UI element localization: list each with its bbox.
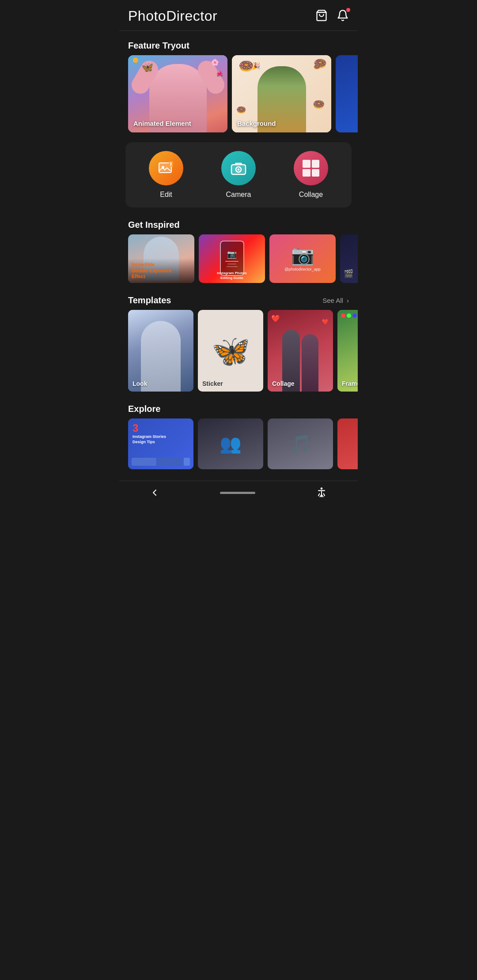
collage-circle	[294, 151, 328, 185]
feature-card-ad[interactable]: P AD	[336, 55, 358, 132]
collage-icon	[303, 160, 319, 177]
explore-card-couple[interactable]: 👥	[198, 418, 263, 469]
edit-icon	[157, 160, 175, 176]
home-indicator[interactable]	[220, 492, 255, 494]
collage-label: Collage	[299, 191, 323, 199]
header-icons	[315, 9, 349, 23]
camera-label: Camera	[226, 191, 251, 199]
template-look-label: Look	[132, 380, 147, 387]
svg-point-6	[238, 169, 240, 171]
accessibility-icon	[315, 486, 328, 499]
feature-card-background[interactable]: 🍩 🍩 🍩 🎉 🍩 🍩 🍩 Background	[232, 55, 331, 132]
edit-action[interactable]: Edit	[149, 151, 183, 199]
templates-scroll: Look 🦋 Sticker ❤️ ❤️ Collage 🤸	[119, 310, 358, 399]
notification-button[interactable]	[337, 9, 349, 23]
collage-action[interactable]: Collage	[294, 151, 328, 199]
camera-action[interactable]: Camera	[221, 151, 256, 199]
template-collage-label: Collage	[272, 380, 295, 387]
feature-card-animated-label: Animated Element	[133, 120, 191, 127]
templates-header-row: Templates See All ›	[119, 290, 358, 310]
back-icon	[149, 487, 160, 498]
camera-circle	[221, 151, 256, 185]
svg-point-7	[321, 487, 323, 490]
feature-tryout-header: Feature Tryout	[119, 35, 358, 55]
explore-scroll: 3 Instagram StoriesDesign Tips 👥 🎵 🎨	[119, 418, 358, 476]
inspired-scroll: IncredibleDouble ExposureEffect 📷 Instag…	[119, 234, 358, 290]
inspired-card-double-exposure[interactable]: IncredibleDouble ExposureEffect	[128, 234, 194, 283]
bottom-nav	[119, 481, 358, 507]
template-card-frames[interactable]: 🤸 WINWITHFRAMES Frames	[337, 310, 358, 392]
feature-tryout-scroll: 🦋 🌸 🌺 🌼 Animated Element 🍩 🍩 🍩 🎉 🍩 🍩 🍩 B…	[119, 55, 358, 139]
inspired-card-video[interactable]: FreeVideo Editing A... 🎬	[340, 234, 358, 283]
camera-icon	[230, 160, 247, 176]
templates-header: Templates	[128, 295, 171, 305]
back-button[interactable]	[149, 487, 160, 498]
inspired-card-photodirector[interactable]: 📷 @photodirector_app	[269, 234, 336, 283]
quick-actions-panel: Edit Camera Collage	[125, 142, 352, 207]
notification-dot	[346, 8, 350, 12]
explore-card-stories[interactable]: 3 Instagram StoriesDesign Tips	[128, 418, 193, 469]
double-exposure-text: IncredibleDouble ExposureEffect	[128, 258, 194, 283]
app-title: PhotoDirector	[128, 8, 217, 24]
edit-circle	[149, 151, 183, 185]
cart-icon	[315, 9, 328, 22]
template-card-look[interactable]: Look	[128, 310, 193, 392]
explore-card-4[interactable]: 🎨	[337, 418, 358, 469]
app-header: PhotoDirector	[119, 0, 358, 30]
explore-header: Explore	[119, 399, 358, 418]
inspired-card-instagram-guide[interactable]: 📷 Instagram PhotosEditing Guide	[199, 234, 265, 283]
accessibility-button[interactable]	[315, 486, 328, 499]
get-inspired-header: Get Inspired	[119, 215, 358, 234]
explore-card-photo3[interactable]: 🎵	[268, 418, 333, 469]
template-card-collage[interactable]: ❤️ ❤️ Collage	[268, 310, 333, 392]
cart-button[interactable]	[315, 9, 328, 23]
see-all-arrow: ›	[347, 297, 349, 304]
feature-card-animated[interactable]: 🦋 🌸 🌺 🌼 Animated Element	[128, 55, 227, 132]
feature-card-background-label: Background	[237, 120, 276, 127]
templates-see-all[interactable]: See All ›	[322, 297, 349, 304]
edit-label: Edit	[160, 191, 172, 199]
template-sticker-label: Sticker	[202, 380, 223, 387]
template-card-sticker[interactable]: 🦋 Sticker	[198, 310, 263, 392]
header-divider	[119, 30, 358, 31]
template-frames-label: Frames	[342, 380, 358, 387]
